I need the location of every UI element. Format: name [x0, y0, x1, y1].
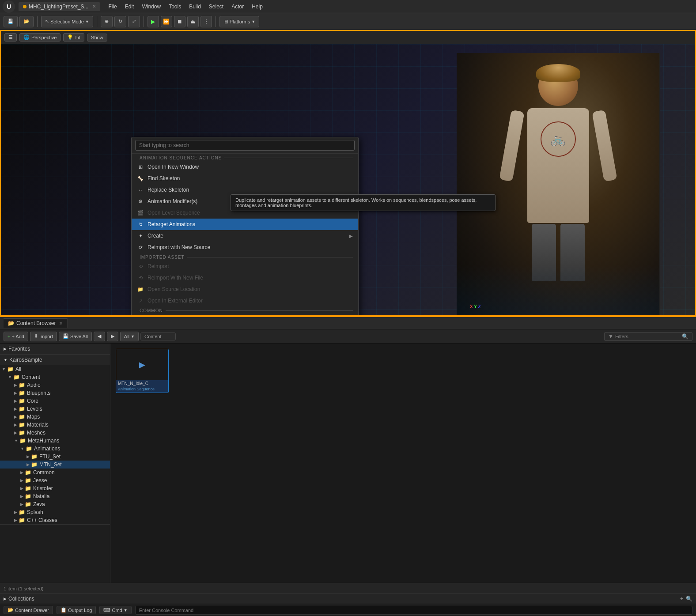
replace-icon: ↔: [137, 186, 144, 193]
all-arrow: ▼: [131, 334, 135, 339]
project-header[interactable]: ▼ KairosSample: [0, 355, 110, 365]
tab-close-icon[interactable]: ✕: [92, 4, 96, 9]
menu-item-window[interactable]: Window: [138, 3, 164, 11]
step-forward-btn[interactable]: ⏩: [161, 16, 172, 27]
play-btn[interactable]: ▶: [148, 16, 159, 27]
back-btn[interactable]: ◀: [94, 332, 105, 341]
content-drawer-btn[interactable]: 📂 Content Drawer: [4, 606, 53, 614]
tree-item[interactable]: ▼📁Content: [0, 373, 110, 381]
forward-btn[interactable]: ▶: [107, 332, 118, 341]
scale-btn[interactable]: ⤢: [128, 16, 140, 27]
tree-item[interactable]: ▶📁Meshes: [0, 429, 110, 437]
tree-item[interactable]: ▶📁MTN_Set: [0, 461, 110, 469]
tree-item[interactable]: ▶📁Core: [0, 397, 110, 405]
cb-tab-close[interactable]: ✕: [59, 321, 63, 326]
tree-item[interactable]: ▶📁Jesse: [0, 476, 110, 484]
favorites-header[interactable]: ▶ Favorites: [0, 344, 110, 354]
external-icon: ↗: [137, 297, 144, 304]
active-tab[interactable]: MHC_LightingPreset_S... ✕: [19, 2, 100, 11]
reimport-file-icon: ⟲: [137, 274, 144, 281]
viewport[interactable]: ☰ 🌐 Perspective 💡 Lit Show: [1, 31, 695, 315]
create-submenu-arrow: ▶: [349, 234, 353, 238]
tree-item[interactable]: ▶📁Levels: [0, 405, 110, 413]
tree-item[interactable]: ▶📁Audio: [0, 381, 110, 389]
reimport-item: ⟲ Reimport: [132, 261, 358, 272]
tree-item[interactable]: ▼📁MetaHumans: [0, 437, 110, 445]
menu-item-help[interactable]: Help: [248, 3, 266, 11]
output-log-btn[interactable]: 📋 Output Log: [57, 606, 96, 614]
tree-item[interactable]: ▶📁Common: [0, 469, 110, 476]
content-browser-sidebar: ▶ Favorites ▼ KairosSample ▼📁All▼📁Conten…: [0, 344, 110, 583]
path-label: Content: [140, 333, 176, 340]
save-icon-btn[interactable]: 💾: [4, 16, 18, 27]
all-btn[interactable]: All ▼: [120, 332, 139, 341]
retarget-icon: ↯: [137, 221, 144, 228]
tree-item[interactable]: ▼📁Animations: [0, 445, 110, 453]
import-btn[interactable]: ⬇ Import: [30, 332, 57, 341]
content-browser-statusbar: 1 item (1 selected): [0, 583, 696, 593]
asset-thumbnail: ▶: [116, 349, 168, 380]
platforms-btn[interactable]: 🖥 Platforms ▼: [219, 16, 259, 27]
project-section: ▼ KairosSample ▼📁All▼📁Content▶📁Audio▶📁Bl…: [0, 355, 110, 525]
console-input[interactable]: [135, 606, 692, 615]
tree-item[interactable]: ▶📁Splash: [0, 508, 110, 516]
edit-item[interactable]: ✏ Edit...: [132, 314, 358, 315]
asset-item[interactable]: ▶ MTN_N_Idle_C Animation Sequence: [116, 349, 169, 393]
filter-bar[interactable]: ▼ Filters 🔍: [604, 332, 692, 341]
create-item[interactable]: ✦ Create ▶: [132, 230, 358, 242]
menu-item-edit[interactable]: Edit: [121, 3, 138, 11]
find-skeleton-item[interactable]: 🦴 Find Skeleton: [132, 173, 358, 184]
retarget-animations-item[interactable]: ↯ Retarget Animations: [132, 219, 358, 230]
section-common: COMMON: [132, 306, 358, 314]
collections-header[interactable]: ▶ Collections + 🔍: [0, 594, 696, 604]
eject-btn[interactable]: ⏏: [187, 16, 199, 27]
tree-item[interactable]: ▶📁FTU_Set: [0, 453, 110, 461]
content-browser-content: ▶ Favorites ▼ KairosSample ▼📁All▼📁Conten…: [0, 344, 696, 583]
menu-bar: U MHC_LightingPreset_S... ✕ FileEditWind…: [0, 0, 696, 13]
collections-search-icon[interactable]: 🔍: [686, 596, 692, 602]
reimport-new-icon: ⟳: [137, 244, 144, 251]
reimport-with-new-source-item[interactable]: ⟳ Reimport with New Source: [132, 242, 358, 253]
tree-item[interactable]: ▶📁C++ Classes: [0, 516, 110, 524]
toolbar-sep-3: [144, 16, 144, 27]
perspective-btn[interactable]: 🌐 Perspective: [19, 33, 61, 42]
drawer-icon: 📂: [8, 607, 14, 613]
project-label: KairosSample: [9, 357, 42, 363]
lit-btn[interactable]: 💡 Lit: [63, 33, 84, 42]
add-btn[interactable]: + + Add: [4, 332, 28, 341]
content-browser-tab[interactable]: 📂 Content Browser ✕: [4, 318, 68, 328]
context-search-input[interactable]: [135, 140, 355, 151]
tree-item[interactable]: ▶📁Kristofer: [0, 484, 110, 492]
menu-item-file[interactable]: File: [105, 3, 120, 11]
options-btn[interactable]: ⋮: [200, 16, 212, 27]
tree-item[interactable]: ▶📁Materials: [0, 421, 110, 429]
menu-item-tools[interactable]: Tools: [165, 3, 185, 11]
save-all-label: Save All: [70, 334, 88, 339]
viewport-3d[interactable]: 🚲: [1, 44, 695, 315]
tree-item[interactable]: ▶📁Maps: [0, 413, 110, 421]
hamburger-btn[interactable]: ☰: [4, 33, 17, 42]
transform-btn[interactable]: ⊕: [101, 16, 113, 27]
cmd-btn[interactable]: ⌨ Cmd ▼: [99, 606, 131, 614]
menu-item-select[interactable]: Select: [205, 3, 227, 11]
output-log-label: Output Log: [68, 608, 92, 613]
tree-item[interactable]: ▼📁All: [0, 365, 110, 373]
stop-btn[interactable]: ⏹: [174, 16, 185, 27]
tree-item[interactable]: ▶📁Zeva: [0, 500, 110, 508]
show-btn[interactable]: Show: [87, 34, 107, 42]
tree-item[interactable]: ▶📁Blueprints: [0, 389, 110, 397]
asset-type: Animation Sequence: [116, 387, 168, 392]
collections-add-icon[interactable]: +: [680, 596, 683, 602]
project-arrow: ▼: [4, 358, 8, 362]
collections-arrow: ▶: [4, 597, 7, 601]
open-icon-btn[interactable]: 📂: [19, 16, 34, 27]
rotate-btn[interactable]: ↻: [114, 16, 126, 27]
open-in-new-window-item[interactable]: ⊞ Open In New Window: [132, 161, 358, 173]
save-all-btn[interactable]: 💾 Save All: [59, 332, 92, 341]
content-browser-main[interactable]: ▶ MTN_N_Idle_C Animation Sequence: [110, 344, 696, 583]
open-source-location-item: 📁 Open Source Location: [132, 283, 358, 295]
menu-item-actor[interactable]: Actor: [228, 3, 247, 11]
tree-item[interactable]: ▶📁Natalia: [0, 492, 110, 500]
selection-mode-btn[interactable]: ↖ Selection Mode ▼: [41, 16, 93, 27]
menu-item-build[interactable]: Build: [185, 3, 204, 11]
